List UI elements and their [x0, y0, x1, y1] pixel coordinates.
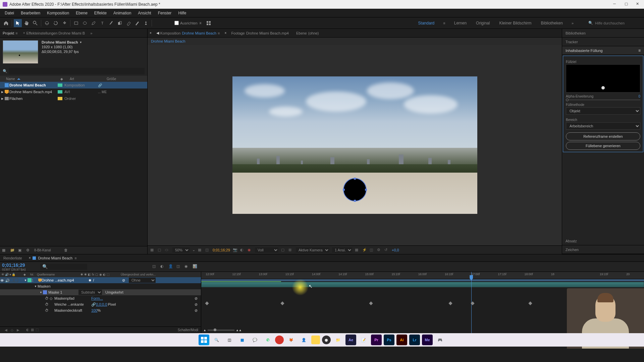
mask-opacity-value[interactable]: 100	[91, 308, 97, 312]
switch-icon[interactable]: ✱	[80, 273, 83, 276]
keyframe-nav-icon[interactable]: ◇	[50, 296, 54, 301]
delete-icon[interactable]: 🗑	[64, 248, 69, 253]
keyframe-icon[interactable]	[280, 301, 284, 305]
flowchart-icon[interactable]: ⚙	[377, 248, 382, 252]
mask-opacity-row[interactable]: ⏱ Maskendeckkraft 100 % ⊘	[0, 307, 201, 313]
paragraph-tab[interactable]: Absatz	[562, 237, 644, 245]
obs-icon[interactable]: ◉	[322, 336, 331, 344]
illustrator-icon[interactable]: Ai	[396, 335, 407, 345]
menu-hilfe[interactable]: Hilfe	[175, 9, 190, 17]
tab-close-icon[interactable]: ×	[150, 31, 152, 35]
libraries-tab[interactable]: Bibliotheken	[562, 29, 644, 38]
layer-bar[interactable]	[201, 282, 644, 287]
panel-menu-icon[interactable]: ≡	[638, 48, 641, 53]
mask-shape[interactable]	[343, 178, 367, 201]
taskbar-search-icon[interactable]: 🔍	[211, 335, 222, 345]
timeline-search-input[interactable]	[40, 264, 87, 270]
menu-animation[interactable]: Animation	[110, 9, 135, 17]
toggle-modes-icon[interactable]: ▦	[31, 328, 36, 333]
tool-grid-icon[interactable]	[205, 19, 213, 27]
workspace-bibliotheken[interactable]: Bibliotheken	[540, 19, 563, 27]
exposure-value[interactable]: +0,0	[392, 248, 399, 252]
fast-previews-icon[interactable]: ⚡	[362, 248, 367, 252]
puppet-tool[interactable]	[142, 19, 150, 27]
sticky-notes-icon[interactable]	[311, 336, 320, 344]
shy-icon[interactable]: 👤	[168, 264, 174, 269]
mask-mode-select[interactable]: Subtrahi...	[78, 290, 102, 295]
media-encoder-icon[interactable]: Me	[422, 335, 433, 345]
render-queue-tab[interactable]: Renderliste	[0, 255, 25, 261]
minimize-button[interactable]: ─	[613, 2, 619, 7]
expand-icon[interactable]: ▼	[23, 279, 28, 282]
nav-kf-icon[interactable]: ◇	[11, 328, 15, 332]
stopwatch-icon[interactable]: ⏱	[45, 296, 50, 300]
layer-row-1[interactable]: 👁🔊 ▼ 1 Drohne ...each.mp4 ✱ / ⊘ Ohne	[0, 277, 201, 283]
parent-select[interactable]: Ohne	[129, 278, 156, 283]
new-comp-icon[interactable]: ▣	[18, 248, 23, 253]
masks-group-row[interactable]: ▼ Masken	[0, 283, 201, 289]
stopwatch-icon[interactable]: ⏱	[45, 302, 50, 306]
close-button[interactable]: ✕	[636, 2, 641, 7]
tab-close-icon[interactable]: ×	[225, 31, 227, 35]
task-view-icon[interactable]: ◫	[224, 335, 235, 345]
audio-toggle[interactable]: 🔊	[5, 278, 9, 282]
timeline-comp-tab[interactable]: × Drohne Miami Beach ≡	[25, 255, 80, 261]
snapshot-icon[interactable]: 📷	[233, 248, 237, 252]
keyframe-icon[interactable]	[528, 301, 532, 305]
label-color-icon[interactable]	[58, 83, 62, 87]
comp-flowchart-icon[interactable]: ◫	[152, 264, 158, 269]
link-icon[interactable]: 🔗	[91, 302, 96, 307]
project-search-input[interactable]	[9, 68, 145, 74]
composition-viewer[interactable]	[148, 45, 562, 245]
resolution-select[interactable]: Voll	[255, 247, 278, 253]
region-icon[interactable]: ◫	[205, 248, 210, 252]
help-search-input[interactable]	[595, 21, 639, 25]
clone-tool[interactable]	[116, 19, 124, 27]
toggle-mask-icon[interactable]: ⬭	[165, 248, 170, 252]
content-aware-fill-tab[interactable]: Inhaltsbasierte Füllung ≡	[562, 46, 644, 55]
pen-tool[interactable]	[90, 19, 98, 27]
menu-ebene[interactable]: Ebene	[72, 9, 91, 17]
premiere-icon[interactable]: Pr	[371, 335, 382, 345]
zoom-out-icon[interactable]: ▲	[203, 328, 206, 332]
project-tab[interactable]: Projekt ≡	[0, 30, 20, 37]
roi-icon[interactable]: ▢	[281, 248, 286, 252]
after-effects-icon[interactable]: Ae	[345, 335, 356, 345]
workspace-overflow-icon[interactable]: »	[572, 21, 574, 25]
video-col-icon[interactable]: 👁	[1, 273, 4, 276]
project-comp-name[interactable]: Drohne Miami Beach▼	[42, 40, 82, 44]
graph-editor-icon[interactable]: 📊	[193, 264, 198, 269]
project-settings-icon[interactable]: ⚙	[26, 248, 31, 253]
label-color-icon[interactable]	[58, 97, 62, 100]
nav-next-kf-icon[interactable]: ▶	[17, 328, 21, 332]
rect-tool[interactable]	[72, 19, 80, 27]
expression-icon[interactable]: ⊘	[195, 296, 198, 301]
keyframe-icon[interactable]	[205, 301, 209, 305]
menu-ansicht[interactable]: Ansicht	[135, 9, 154, 17]
motion-blur-icon[interactable]: ◉	[184, 264, 190, 269]
views-select[interactable]: 1 Ansi...	[332, 247, 352, 253]
file-explorer-icon[interactable]: 📁	[333, 335, 343, 345]
reset-exposure-icon[interactable]: ↺	[384, 248, 389, 252]
composition-locator-bar[interactable]: Drohne Miami Beach	[148, 38, 562, 45]
workspace-standard[interactable]: Standard	[418, 19, 435, 27]
keyframe-icon[interactable]	[369, 301, 373, 305]
switches-modes-toggle[interactable]: Schalter/Modi	[178, 328, 198, 332]
fast-preview-icon[interactable]: ▦	[198, 248, 203, 252]
rotate-tool[interactable]	[52, 19, 60, 27]
mask-1-row[interactable]: ▼ Maske 1 Subtrahi... Umgekehrt	[0, 289, 201, 295]
app-icon[interactable]: 👤	[299, 335, 309, 345]
label-col-icon[interactable]: ◆	[23, 273, 30, 276]
toggle-switches-icon[interactable]: ◐	[26, 328, 31, 333]
snap-checkbox[interactable]	[174, 21, 179, 25]
toggle-layer-icon[interactable]: ⬚	[36, 328, 40, 333]
new-folder-icon[interactable]: 📁	[10, 248, 15, 253]
viewer-timecode[interactable]: 0;01;16;29	[213, 248, 230, 252]
project-item-folder[interactable]: ▶ Flächen Ordner	[0, 95, 147, 102]
anchor-tool[interactable]: ✥	[60, 19, 68, 27]
mask-color-icon[interactable]	[43, 290, 47, 294]
mask-feather-value[interactable]: 0,0;0,0	[96, 302, 107, 306]
alpha-expand-value[interactable]: 0	[638, 95, 640, 98]
brush-tool[interactable]	[107, 19, 115, 27]
effect-controls-tab[interactable]: × Effekteinstellungen Drohne Miami B	[20, 30, 88, 37]
